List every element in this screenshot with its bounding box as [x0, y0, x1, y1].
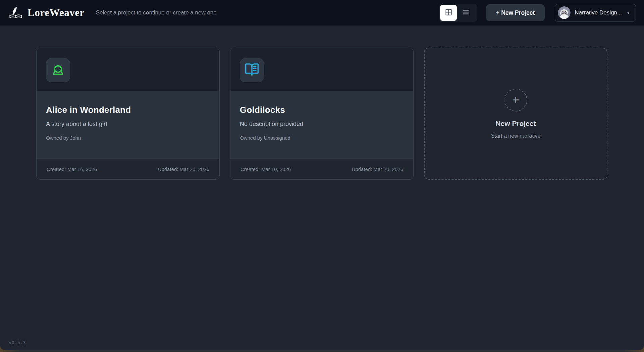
- created-date: Created: Mar 16, 2026: [47, 166, 97, 172]
- card-footer: Created: Mar 16, 2026 Updated: Mar 20, 2…: [37, 159, 219, 179]
- project-owner: Owned by Unassigned: [240, 135, 404, 141]
- project-icon-tile: [240, 58, 264, 82]
- chevron-down-icon: ▼: [627, 11, 630, 15]
- created-date: Created: Mar 10, 2026: [240, 166, 291, 172]
- user-menu[interactable]: Narrative Design... ▼: [555, 4, 636, 22]
- project-grid: Alice in Wonderland A story about a lost…: [36, 48, 644, 180]
- project-card-goldilocks[interactable]: Goldilocks No description provided Owned…: [230, 48, 414, 180]
- card-footer: Created: Mar 10, 2026 Updated: Mar 20, 2…: [230, 159, 413, 179]
- top-bar-actions: + New Project: [439, 4, 636, 22]
- project-owner: Owned by John: [46, 135, 210, 141]
- grid-view-icon: [445, 8, 452, 17]
- project-title: Alice in Wonderland: [46, 105, 210, 115]
- user-avatar: [558, 6, 571, 19]
- new-project-subtitle: Start a new narrative: [491, 133, 541, 139]
- card-body: Alice in Wonderland A story about a lost…: [37, 91, 219, 159]
- card-header: [37, 48, 219, 91]
- list-view-button[interactable]: [457, 5, 476, 21]
- main-content: Alice in Wonderland A story about a lost…: [0, 26, 644, 350]
- new-project-card[interactable]: + New Project Start a new narrative: [424, 48, 607, 180]
- app-window: LoreWeaver Select a project to continue …: [0, 0, 644, 350]
- open-book-icon: [245, 62, 259, 78]
- card-body: Goldilocks No description provided Owned…: [230, 91, 413, 159]
- top-bar: LoreWeaver Select a project to continue …: [0, 0, 644, 26]
- loreweaver-logo-icon: [8, 5, 23, 21]
- project-icon-tile: [46, 58, 70, 82]
- new-project-button[interactable]: + New Project: [486, 4, 545, 21]
- project-description: No description provided: [240, 121, 404, 128]
- brand: LoreWeaver: [8, 5, 85, 21]
- girl-face-icon: [51, 62, 65, 78]
- grid-view-button[interactable]: [440, 5, 457, 21]
- app-title: LoreWeaver: [28, 7, 85, 19]
- page-subtitle: Select a project to continue or create a…: [96, 9, 217, 16]
- updated-date: Updated: Mar 20, 2026: [158, 166, 209, 172]
- list-view-icon: [462, 8, 470, 17]
- user-name: Narrative Design...: [575, 9, 622, 16]
- version-label: v0.5.3: [9, 340, 26, 345]
- card-header: [230, 48, 413, 91]
- new-project-title: New Project: [495, 120, 536, 128]
- project-description: A story about a lost girl: [46, 121, 210, 128]
- updated-date: Updated: Mar 20, 2026: [352, 166, 403, 172]
- project-card-alice[interactable]: Alice in Wonderland A story about a lost…: [36, 48, 220, 180]
- project-title: Goldilocks: [240, 105, 404, 115]
- view-toggle: [439, 4, 477, 22]
- plus-icon: +: [504, 89, 527, 112]
